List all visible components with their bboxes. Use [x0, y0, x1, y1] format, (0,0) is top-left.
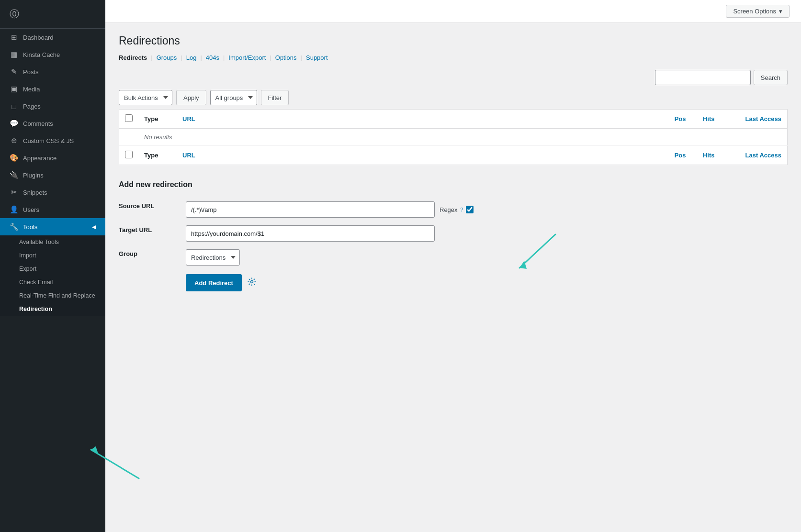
regex-help-icon[interactable]: ?: [461, 207, 463, 212]
target-url-row: Target URL: [119, 222, 474, 245]
select-all-checkbox[interactable]: [125, 114, 133, 122]
tools-arrow-icon: ◀: [92, 224, 96, 230]
tools-submenu: Available Tools Import Export Check Emai…: [0, 235, 105, 316]
tab-404s[interactable]: 404s: [206, 54, 219, 61]
settings-icon-button[interactable]: [246, 276, 258, 290]
sidebar-item-kinsta-cache[interactable]: ▦ Kinsta Cache: [0, 46, 105, 63]
th-footer-type: Type: [138, 146, 177, 165]
toolbar: Bulk Actions Apply All groups Filter: [119, 90, 788, 105]
sidebar-item-snippets[interactable]: ✂ Snippets: [0, 184, 105, 201]
source-url-input[interactable]: [186, 201, 435, 218]
add-form-table: Source URL Regex ?: [119, 198, 474, 295]
tab-redirects[interactable]: Redirects: [119, 54, 147, 61]
sidebar-item-export[interactable]: Export: [0, 262, 105, 276]
target-url-input[interactable]: [186, 225, 435, 242]
content-area: Redirections Redirects | Groups | Log | …: [105, 23, 801, 532]
sidebar-item-import[interactable]: Import: [0, 249, 105, 262]
redirections-table: Type URL Pos Hits Last Access: [119, 109, 788, 165]
pages-icon: □: [10, 102, 18, 111]
th-footer-hits[interactable]: Hits: [692, 146, 721, 165]
topbar: Screen Options ▾: [105, 0, 801, 23]
apply-button[interactable]: Apply: [176, 90, 206, 105]
th-hits[interactable]: Hits: [692, 110, 721, 129]
snippets-icon: ✂: [10, 188, 18, 197]
sidebar-logo: ⓪: [0, 0, 105, 29]
add-redirect-button[interactable]: Add Redirect: [186, 274, 242, 291]
th-footer-pos[interactable]: Pos: [663, 146, 692, 165]
table-header-row: Type URL Pos Hits Last Access: [119, 110, 788, 129]
plugins-icon: 🔌: [10, 171, 18, 179]
sidebar-item-redirection[interactable]: Redirection: [0, 302, 105, 316]
regex-area: Regex ?: [440, 206, 474, 213]
group-row: Group Redirections: [119, 245, 474, 269]
tab-log[interactable]: Log: [186, 54, 197, 61]
th-footer-checkbox: [119, 146, 139, 165]
custom-css-icon: ⊕: [10, 136, 18, 145]
group-label: Group: [119, 245, 186, 269]
media-icon: ▣: [10, 85, 18, 93]
select-all-footer-checkbox[interactable]: [125, 151, 133, 158]
sidebar-item-realtime-find-replace[interactable]: Real-Time Find and Replace: [0, 289, 105, 302]
th-last-access[interactable]: Last Access: [721, 110, 788, 129]
sidebar-item-check-email[interactable]: Check Email: [0, 276, 105, 289]
sidebar-item-available-tools[interactable]: Available Tools: [0, 235, 105, 249]
sidebar-item-pages[interactable]: □ Pages: [0, 98, 105, 115]
search-button[interactable]: Search: [754, 70, 788, 85]
no-results-text: No results: [138, 129, 788, 146]
posts-icon: ✎: [10, 67, 18, 76]
add-section-title: Add new redirection: [119, 180, 788, 189]
sidebar-item-appearance[interactable]: 🎨 Appearance: [0, 149, 105, 166]
screen-options-button[interactable]: Screen Options ▾: [726, 5, 790, 18]
sidebar-item-custom-css-js[interactable]: ⊕ Custom CSS & JS: [0, 132, 105, 149]
th-type: Type: [138, 110, 177, 129]
comments-icon: 💬: [10, 119, 18, 128]
table-row-no-results: No results: [119, 129, 788, 146]
search-row: Search: [119, 70, 788, 85]
sidebar: ⓪ ⊞ Dashboard ▦ Kinsta Cache ✎ Posts ▣ M…: [0, 0, 105, 532]
sidebar-item-plugins[interactable]: 🔌 Plugins: [0, 166, 105, 184]
dashboard-icon: ⊞: [10, 33, 18, 42]
th-footer-url[interactable]: URL: [177, 146, 663, 165]
sidebar-item-dashboard[interactable]: ⊞ Dashboard: [0, 29, 105, 46]
th-footer-last-access[interactable]: Last Access: [721, 146, 788, 165]
tab-options[interactable]: Options: [275, 54, 297, 61]
page-title: Redirections: [119, 34, 788, 47]
sidebar-item-tools[interactable]: 🔧 Tools ◀: [0, 218, 105, 235]
th-url[interactable]: URL: [177, 110, 663, 129]
svg-point-0: [250, 280, 253, 283]
tab-support[interactable]: Support: [306, 54, 328, 61]
main: Screen Options ▾ Redirections Redirects …: [105, 0, 801, 532]
th-checkbox: [119, 110, 139, 129]
group-dropdown[interactable]: Redirections: [186, 249, 240, 266]
bulk-actions-select[interactable]: Bulk Actions: [119, 90, 172, 105]
tab-import-export[interactable]: Import/Export: [228, 54, 266, 61]
sidebar-item-comments[interactable]: 💬 Comments: [0, 115, 105, 132]
th-pos[interactable]: Pos: [663, 110, 692, 129]
source-url-row: Source URL Regex ?: [119, 198, 474, 222]
regex-label: Regex: [440, 206, 458, 213]
tools-icon: 🔧: [10, 222, 18, 231]
group-filter-select[interactable]: All groups: [210, 90, 257, 105]
source-url-field-group: Regex ?: [186, 201, 474, 218]
filter-button[interactable]: Filter: [261, 90, 289, 105]
appearance-icon: 🎨: [10, 154, 18, 162]
wp-logo-icon: ⓪: [10, 8, 19, 21]
tab-groups[interactable]: Groups: [157, 54, 177, 61]
kinsta-icon: ▦: [10, 50, 18, 59]
users-icon: 👤: [10, 205, 18, 214]
table-footer-row: Type URL Pos Hits Last Access: [119, 146, 788, 165]
sidebar-item-posts[interactable]: ✎ Posts: [0, 63, 105, 80]
sidebar-item-media[interactable]: ▣ Media: [0, 80, 105, 98]
target-url-label: Target URL: [119, 222, 186, 245]
search-input[interactable]: [655, 70, 751, 85]
sidebar-item-users[interactable]: 👤 Users: [0, 201, 105, 218]
source-url-label: Source URL: [119, 198, 186, 222]
gear-icon: [248, 277, 256, 286]
regex-checkbox[interactable]: [466, 206, 474, 213]
chevron-down-icon: ▾: [779, 8, 782, 15]
nav-tabs: Redirects | Groups | Log | 404s | Import…: [119, 54, 788, 61]
add-redirection-section: Add new redirection Source URL Regex ?: [119, 180, 788, 295]
submit-row: Add Redirect: [119, 269, 474, 295]
